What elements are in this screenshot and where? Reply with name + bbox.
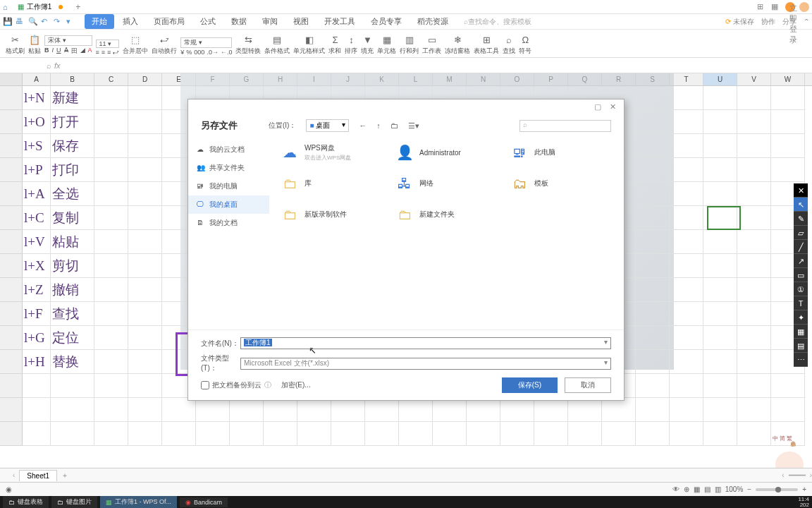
taskbar-item-4[interactable]: ◉Bandicam xyxy=(180,497,228,507)
cell[interactable] xyxy=(128,278,162,302)
view-pagelayout-icon[interactable]: ▥ xyxy=(715,485,721,493)
comma-icon[interactable]: 000 xyxy=(194,49,204,56)
cell[interactable] xyxy=(703,158,737,182)
rail-arrow-tool-icon[interactable]: ↖ xyxy=(794,198,808,212)
grp-paste[interactable]: 📋粘贴 xyxy=(27,32,42,56)
cell[interactable] xyxy=(94,326,128,350)
font-size-select[interactable]: 11 ▾ xyxy=(96,40,120,48)
cell[interactable] xyxy=(51,398,94,422)
col-header-C[interactable]: C xyxy=(94,73,128,85)
zoom-slider[interactable] xyxy=(756,488,798,491)
currency-icon[interactable]: ¥ xyxy=(180,49,184,56)
grp-freeze[interactable]: ❄冻结窗格 xyxy=(443,32,472,56)
align-center-icon[interactable]: ≡ xyxy=(102,49,105,56)
folder-network[interactable]: 🖧网络 xyxy=(393,171,500,195)
cell[interactable] xyxy=(636,110,670,134)
tab-insert[interactable]: 插入 xyxy=(116,14,145,29)
cell[interactable] xyxy=(162,398,196,422)
cell[interactable] xyxy=(94,230,128,254)
avatar-icon[interactable] xyxy=(799,2,809,12)
cell[interactable] xyxy=(331,398,365,422)
dialog-close-icon[interactable]: ✕ xyxy=(610,102,620,112)
percent-icon[interactable]: % xyxy=(186,49,192,56)
cell[interactable] xyxy=(128,206,162,230)
folder-wps-cloud[interactable]: ☁ WPS网盘双击进入WPS网盘 xyxy=(278,140,386,164)
cell[interactable]: l+P xyxy=(23,158,51,182)
tab-dev-tools[interactable]: 开发工具 xyxy=(317,14,362,29)
cell[interactable]: 全选 xyxy=(51,182,94,206)
cell[interactable] xyxy=(771,134,805,158)
cell[interactable] xyxy=(636,206,670,230)
cell[interactable] xyxy=(636,422,670,446)
cell[interactable] xyxy=(264,422,297,446)
cell[interactable] xyxy=(670,206,703,230)
row-header[interactable] xyxy=(0,230,23,254)
view-eye-icon[interactable]: 👁 xyxy=(672,485,679,493)
cell[interactable] xyxy=(51,374,94,398)
cell[interactable] xyxy=(94,110,128,134)
rail-brush-tool-icon[interactable]: ✎ xyxy=(794,212,808,226)
sheet-tab-1[interactable]: Sheet1 xyxy=(19,470,57,481)
align-left-icon[interactable]: ≡ xyxy=(96,49,99,56)
grp-sum[interactable]: Σ求和 xyxy=(327,32,343,56)
qat-print-icon[interactable]: 🖶 xyxy=(16,17,25,27)
cell[interactable] xyxy=(94,254,128,278)
cell[interactable] xyxy=(94,86,128,110)
cell[interactable]: 查找 xyxy=(51,302,94,326)
font-family-select[interactable]: 宋体 ▾ xyxy=(44,35,92,46)
add-sheet-button[interactable]: ＋ xyxy=(61,471,68,480)
folder-recording-software[interactable]: 🗀新版录制软件 xyxy=(278,202,386,226)
rail-page-tool-icon[interactable]: ▤ xyxy=(794,339,808,353)
cell[interactable] xyxy=(162,422,196,446)
rail-rect-tool-icon[interactable]: ▭ xyxy=(794,268,808,282)
zoom-out-icon[interactable]: − xyxy=(747,485,751,493)
cell[interactable] xyxy=(128,350,162,374)
cell[interactable] xyxy=(128,110,162,134)
cell[interactable] xyxy=(196,422,230,446)
share-button[interactable]: 分享 xyxy=(782,17,796,27)
tab-start[interactable]: 开始 xyxy=(85,14,114,29)
dec-dec-icon[interactable]: ←.0 xyxy=(221,49,233,56)
grp-table-tools[interactable]: ⊞表格工具 xyxy=(472,32,500,56)
cell[interactable] xyxy=(670,278,703,302)
row-header[interactable] xyxy=(0,302,23,326)
cell[interactable]: 新建 xyxy=(51,86,94,110)
cell[interactable]: 定位 xyxy=(51,326,94,350)
cell[interactable] xyxy=(670,254,703,278)
cell[interactable]: l+N xyxy=(23,86,51,110)
row-header[interactable] xyxy=(0,422,23,446)
cell[interactable]: l+S xyxy=(23,134,51,158)
cell[interactable] xyxy=(670,326,703,350)
cell[interactable] xyxy=(297,398,331,422)
cell[interactable]: l+V xyxy=(23,230,51,254)
cell[interactable] xyxy=(365,422,399,446)
cell[interactable] xyxy=(128,230,162,254)
align-right-icon[interactable]: ≡ xyxy=(107,49,111,56)
cancel-button[interactable]: 取消 xyxy=(565,377,611,393)
rail-highlight-tool-icon[interactable]: ▱ xyxy=(794,226,808,240)
cell[interactable] xyxy=(703,374,737,398)
app-home-icon[interactable]: ⌂ xyxy=(3,3,8,11)
add-tab-button[interactable]: + xyxy=(75,2,80,12)
cell[interactable] xyxy=(703,326,737,350)
cell[interactable] xyxy=(230,398,264,422)
taskbar-item-2[interactable]: 🗀键盘图片 xyxy=(51,496,97,508)
cell[interactable] xyxy=(670,182,703,206)
cell[interactable] xyxy=(771,398,805,422)
cell[interactable] xyxy=(737,350,771,374)
row-header[interactable] xyxy=(0,326,23,350)
backup-cloud-checkbox[interactable]: 把文档备份到云 ⓘ xyxy=(201,380,271,390)
grp-symbol[interactable]: Ω符号 xyxy=(517,32,533,56)
qat-save-icon[interactable]: 💾 xyxy=(3,17,13,27)
cell[interactable] xyxy=(737,326,771,350)
grp-find[interactable]: ⌕查找 xyxy=(501,32,517,56)
qat-preview-icon[interactable]: 🔍 xyxy=(28,17,38,27)
cell[interactable] xyxy=(703,230,737,254)
col-header-B[interactable]: B xyxy=(51,73,94,85)
cell[interactable]: l+F xyxy=(23,302,51,326)
filetype-select[interactable]: Microsoft Excel 文件(*.xlsx) xyxy=(240,358,611,370)
cell[interactable] xyxy=(670,134,703,158)
sidebar-shared-folders[interactable]: 👥共享文件夹 xyxy=(188,159,269,177)
cell[interactable] xyxy=(771,86,805,110)
col-header-D[interactable]: D xyxy=(128,73,162,85)
